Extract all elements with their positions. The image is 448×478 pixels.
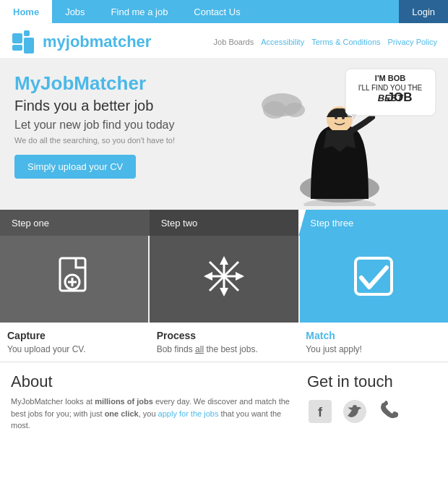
hero-description: We do all the searching, so you don't ha…	[14, 136, 246, 145]
step-card-process	[150, 236, 299, 323]
bottom-section: About MyJobMatcher looks at millions of …	[0, 362, 448, 442]
phone-icon[interactable]	[376, 398, 402, 424]
svg-text:JOB: JOB	[387, 90, 413, 104]
svg-text:I'M BOB: I'M BOB	[375, 74, 405, 82]
header-link-privacy[interactable]: Privacy Policy	[388, 38, 437, 46]
about-text-bold2: one click	[105, 409, 139, 418]
svg-marker-33	[236, 272, 244, 281]
twitter-icon[interactable]	[342, 398, 368, 424]
about-text-link[interactable]: apply for the jobs	[158, 409, 219, 418]
step-card-capture	[0, 236, 150, 323]
logo-icon	[11, 29, 37, 55]
move-icon	[202, 255, 246, 304]
about-text: MyJobMatcher looks at millions of jobs e…	[11, 396, 293, 432]
step-label-match: Match You just apply!	[298, 330, 448, 362]
about-section: About MyJobMatcher looks at millions of …	[11, 372, 293, 432]
step-process-title: Process	[157, 330, 292, 341]
hero-text: MyJobMatcher Finds you a better job Let …	[14, 72, 246, 179]
upload-cv-button[interactable]: Simply upload your CV	[14, 155, 136, 179]
svg-text:f: f	[318, 405, 323, 419]
site-header: myjobmatcher Job Boards Accessibility Te…	[0, 23, 448, 58]
svg-marker-31	[220, 288, 228, 296]
svg-rect-2	[24, 30, 30, 36]
step-one-label: Step one	[0, 210, 150, 236]
step-capture-desc: You upload your CV.	[7, 344, 142, 354]
step-two-label: Step two	[150, 210, 299, 236]
hero-tagline: Let your new job find you today	[14, 119, 246, 132]
header-link-jobboards[interactable]: Job Boards	[214, 38, 254, 46]
step-match-title: Match	[306, 330, 441, 341]
doc-add-icon	[53, 255, 96, 304]
logo-text: myjobmatcher	[43, 33, 151, 51]
get-in-touch-section: Get in touch f	[307, 372, 437, 432]
nav-find-job[interactable]: Find me a job	[98, 0, 181, 23]
main-nav: Home Jobs Find me a job Contact Us Login	[0, 0, 448, 23]
about-text-part3: , you	[139, 409, 158, 418]
facebook-icon[interactable]: f	[307, 398, 333, 424]
step-labels: Capture You upload your CV. Process Bob …	[0, 323, 448, 362]
login-button[interactable]: Login	[399, 0, 448, 23]
svg-rect-3	[24, 38, 34, 54]
step-capture-title: Capture	[7, 330, 142, 341]
nav-contact[interactable]: Contact Us	[181, 0, 253, 23]
checkmark-icon	[352, 255, 395, 304]
svg-point-13	[342, 116, 345, 119]
about-text-part1: MyJobMatcher looks at	[11, 397, 95, 406]
step-cards	[0, 236, 448, 323]
hero-title: MyJobMatcher	[14, 72, 246, 95]
header-link-accessibility[interactable]: Accessibility	[261, 38, 304, 46]
svg-marker-30	[220, 256, 228, 265]
step-three-label: Step three	[298, 210, 448, 236]
header-links: Job Boards Accessibility Terms & Conditi…	[214, 38, 437, 46]
hero-section: MyJobMatcher Finds you a better job Let …	[0, 58, 448, 210]
steps-bar: Step one Step two Step three	[0, 210, 448, 236]
logo: myjobmatcher	[11, 29, 151, 55]
svg-point-23	[303, 199, 376, 206]
social-icons: f	[307, 398, 437, 424]
nav-home[interactable]: Home	[0, 0, 52, 23]
svg-point-5	[263, 101, 286, 119]
hero-illustration-svg: I'M BOB I'LL FIND YOU THE BEST JOB	[238, 65, 441, 206]
logo-job: job	[66, 33, 90, 51]
hero-subtitle: Finds you a better job	[14, 98, 246, 114]
step-match-desc: You just apply!	[306, 344, 441, 354]
step-process-desc: Bob finds all the best jobs.	[157, 344, 292, 354]
get-in-touch-title: Get in touch	[307, 372, 437, 391]
svg-point-12	[335, 116, 337, 119]
bob-illustration: I'M BOB I'LL FIND YOU THE BEST JOB	[238, 65, 441, 206]
logo-my: my	[43, 33, 66, 51]
step-label-capture: Capture You upload your CV.	[0, 330, 150, 362]
svg-marker-32	[204, 272, 212, 281]
nav-jobs[interactable]: Jobs	[52, 0, 98, 23]
header-link-terms[interactable]: Terms & Conditions	[311, 38, 380, 46]
logo-matcher: matcher	[90, 33, 152, 51]
about-title: About	[11, 372, 293, 391]
step-card-match	[300, 236, 448, 323]
svg-rect-0	[12, 33, 22, 43]
svg-point-6	[285, 103, 305, 117]
step-label-process: Process Bob finds all the best jobs.	[150, 330, 299, 362]
svg-rect-1	[12, 45, 22, 51]
about-text-bold: millions of jobs	[95, 397, 153, 406]
